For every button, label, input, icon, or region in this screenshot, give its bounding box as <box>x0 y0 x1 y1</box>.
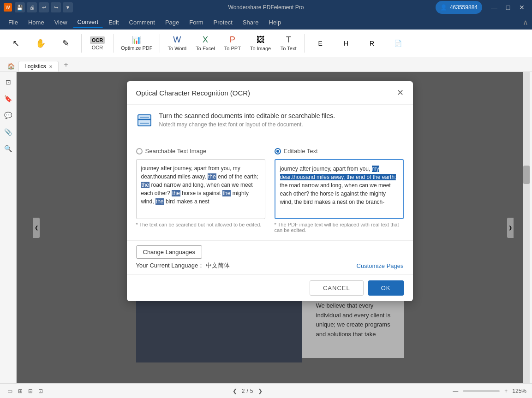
select-tool-btn[interactable]: ↖ <box>4 36 28 50</box>
zoom-slider-track[interactable] <box>463 390 500 392</box>
ppt-icon: P <box>230 35 235 45</box>
menu-view[interactable]: View <box>50 17 72 28</box>
user-badge[interactable]: 👤 463559884 <box>436 1 482 14</box>
to-ppt-label: To PPT <box>224 46 241 51</box>
sidebar-bookmarks-btn[interactable]: 🔖 <box>2 92 15 105</box>
extra-tool-1[interactable]: E <box>308 38 332 49</box>
customize-pages-link[interactable]: Customize Pages <box>357 262 404 269</box>
to-image-label: To Image <box>250 46 271 51</box>
highlight-the-4: the <box>222 190 231 196</box>
menu-comment[interactable]: Comment <box>125 17 160 28</box>
to-image-btn[interactable]: 🖼 To Image <box>246 33 275 53</box>
scroll-page-icon[interactable]: ⊟ <box>26 387 35 395</box>
ok-button[interactable]: OK <box>368 280 404 296</box>
change-languages-btn[interactable]: Change Languages <box>136 245 203 259</box>
scrollbar[interactable] <box>523 72 530 383</box>
optimize-pdf-btn[interactable]: 📊 Optimize PDF <box>117 34 156 53</box>
page-nav: ❮ 2 / 5 ❯ <box>230 387 265 395</box>
extra-tool-2[interactable]: H <box>334 38 358 49</box>
extra-icon-3: R <box>370 40 374 47</box>
searchable-radio[interactable] <box>136 148 143 154</box>
searchable-label: Searchable Text Image <box>145 148 207 154</box>
new-tab-btn[interactable]: ＋ <box>59 58 73 71</box>
editable-option-label[interactable]: Editable Text <box>275 148 404 154</box>
app-title: Wondershare PDFelement Pro <box>228 4 304 11</box>
to-ppt-btn[interactable]: P To PPT <box>221 33 245 53</box>
extra-tool-4[interactable]: 📄 <box>386 38 410 49</box>
double-page-icon[interactable]: ⊞ <box>16 387 24 395</box>
zoom-minus-btn[interactable]: — <box>450 387 461 395</box>
redo-tool[interactable]: ↪ <box>51 2 61 12</box>
menu-home[interactable]: Home <box>24 17 49 28</box>
view-icons: ▭ ⊞ ⊟ ⊡ <box>6 387 45 395</box>
tab-logistics[interactable]: Logistics ✕ <box>18 61 59 71</box>
image-icon: 🖼 <box>257 35 265 45</box>
highlight-the-3: the <box>172 190 180 196</box>
title-bar-left: W 💾 🖨 ↩ ↪ ▼ <box>4 2 73 12</box>
svg-rect-4 <box>140 123 149 124</box>
sidebar-search-btn[interactable]: 🔍 <box>2 142 15 155</box>
save-tool[interactable]: 💾 <box>15 2 25 12</box>
scanner-icon <box>136 112 153 132</box>
cursor-icon: ↖ <box>12 38 19 48</box>
to-word-label: To Word <box>167 46 186 51</box>
menu-help[interactable]: Help <box>264 17 286 28</box>
left-sidebar: ⊡ 🔖 💬 📎 🔍 <box>0 72 17 383</box>
toolbar: ↖ ✋ ✎ OCR OCR 📊 Optimize PDF W To Word X… <box>0 30 532 57</box>
main-area: ⊡ 🔖 💬 📎 🔍 Ou is 📷 Denis people eamlined … <box>0 72 532 383</box>
page-separator: / <box>246 388 248 394</box>
menu-bar: File Home View Convert Edit Comment Page… <box>0 15 532 30</box>
hand-tool-btn[interactable]: ✋ <box>29 36 53 50</box>
highlight-the-1: the <box>208 173 216 180</box>
window-controls: 👤 463559884 — □ ✕ <box>436 1 528 14</box>
modal-intro-text: Turn the scanned documents into editable… <box>159 112 335 128</box>
edit-tool-btn[interactable]: ✎ <box>54 36 78 50</box>
home-btn[interactable]: 🏠 <box>4 61 18 71</box>
extra-icon-4: 📄 <box>394 40 402 47</box>
extra-tool-3[interactable]: R <box>360 38 384 49</box>
thumbnails-icon[interactable]: ⊡ <box>36 387 45 395</box>
more-tool[interactable]: ▼ <box>63 2 73 12</box>
tab-label: Logistics <box>24 63 46 70</box>
sidebar-comments-btn[interactable]: 💬 <box>2 109 15 122</box>
scrollbar-thumb[interactable] <box>523 166 530 184</box>
menu-convert[interactable]: Convert <box>73 17 103 28</box>
zoom-plus-btn[interactable]: + <box>502 387 510 395</box>
menu-collapse-icon[interactable]: ∧ <box>523 18 528 27</box>
prev-page-btn[interactable]: ❮ <box>230 387 240 395</box>
ocr-btn[interactable]: OCR OCR <box>85 35 109 52</box>
maximize-button[interactable]: □ <box>502 1 514 14</box>
next-page-btn[interactable]: ❯ <box>255 387 265 395</box>
cancel-button[interactable]: CANCEL <box>310 280 364 296</box>
to-text-btn[interactable]: T To Text <box>276 33 300 53</box>
menu-protect[interactable]: Protect <box>209 17 237 28</box>
close-button[interactable]: ✕ <box>515 1 528 14</box>
right-sidebar <box>523 72 532 383</box>
minimize-button[interactable]: — <box>488 1 501 14</box>
separator-3 <box>160 34 160 53</box>
page-current: 2 <box>242 388 245 394</box>
menu-edit[interactable]: Edit <box>104 17 123 28</box>
optimize-icon: 📊 <box>132 36 141 44</box>
tab-close-icon[interactable]: ✕ <box>49 64 53 69</box>
to-word-btn[interactable]: W To Word <box>164 33 190 53</box>
menu-page[interactable]: Page <box>161 17 184 28</box>
to-excel-btn[interactable]: X To Excel <box>192 33 219 53</box>
menu-form[interactable]: Form <box>185 17 208 28</box>
sidebar-thumbnails-btn[interactable]: ⊡ <box>2 76 15 89</box>
modal-close-btn[interactable]: ✕ <box>397 88 404 98</box>
searchable-note: * The text can be searched but not allow… <box>136 222 265 227</box>
sidebar-attachments-btn[interactable]: 📎 <box>2 125 15 138</box>
separator-2 <box>113 34 114 53</box>
menu-share[interactable]: Share <box>238 17 263 28</box>
searchable-option-label[interactable]: Searchable Text Image <box>136 148 265 154</box>
searchable-option-panel: Searchable Text Image journey after jour… <box>136 148 265 233</box>
highlight-the-5: the <box>155 198 164 205</box>
undo-tool[interactable]: ↩ <box>39 2 49 12</box>
menu-file[interactable]: File <box>4 17 23 28</box>
print-tool[interactable]: 🖨 <box>27 2 37 12</box>
zoom-controls: — + 125% <box>450 387 526 395</box>
editable-radio[interactable] <box>275 148 281 154</box>
modal-header: Optical Character Recognition (OCR) ✕ <box>127 81 413 105</box>
single-page-icon[interactable]: ▭ <box>6 387 14 395</box>
